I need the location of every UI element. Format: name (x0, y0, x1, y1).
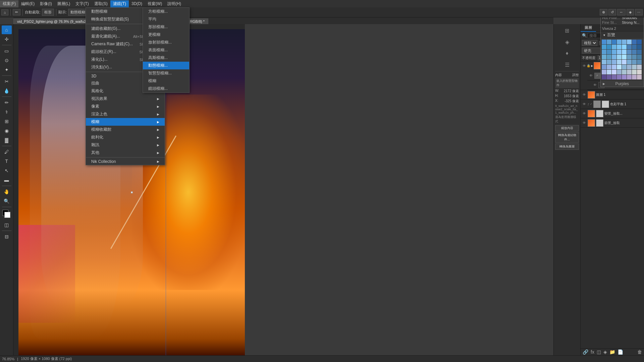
mask-btn[interactable]: ◫ (596, 349, 602, 355)
color-cell[interactable] (632, 55, 637, 59)
blur-gaussian[interactable]: 高斯模糊... (143, 54, 189, 62)
color-cell[interactable] (607, 70, 611, 74)
color-cell[interactable] (617, 60, 622, 64)
color-cell[interactable] (617, 75, 622, 79)
color-cell[interactable] (612, 70, 616, 74)
layer-item-scene2[interactable]: 👁 節景_撿取 (581, 118, 644, 128)
color-cell[interactable] (607, 40, 611, 44)
eye-scene2[interactable]: 👁 (582, 121, 587, 125)
shape-tool[interactable]: ▬ (2, 176, 12, 184)
blur-surface[interactable]: 表面模糊... (143, 46, 189, 54)
color-cell[interactable] (602, 45, 606, 49)
color-cell[interactable] (602, 70, 606, 74)
delete-btn[interactable]: 🗑 (637, 349, 643, 355)
new-layer-btn[interactable]: 📄 (617, 349, 624, 355)
move-tool[interactable]: ⌂ (2, 25, 12, 34)
menu-item-edit[interactable]: 編輯(E) (18, 0, 37, 7)
menu-item-image[interactable]: 影像(I) (37, 0, 54, 7)
blur-lens[interactable]: 鏡頭模糊... (143, 85, 189, 93)
menu-item-type[interactable]: 文字(T) (73, 0, 91, 7)
color-cell[interactable] (632, 60, 637, 64)
color-cell[interactable] (607, 55, 611, 59)
filter-pixel[interactable]: 像素 (86, 103, 165, 110)
color-cell[interactable] (637, 45, 642, 49)
eye-colorbalance[interactable]: 👁 (582, 102, 587, 107)
color-cell[interactable] (612, 40, 616, 44)
group-btn[interactable]: 📁 (609, 349, 616, 355)
eye-motion-blur[interactable]: 👁 (593, 83, 597, 87)
layers-kind-select[interactable]: 種類 (582, 40, 597, 46)
blur-motion[interactable]: 動態模糊... (143, 62, 189, 69)
blur-box[interactable]: 方框模糊... (143, 8, 189, 15)
color-cell[interactable] (627, 50, 632, 54)
purples-section[interactable]: ▶ Purples ··· (601, 80, 644, 87)
color-cell[interactable] (627, 65, 632, 69)
zoom-in-btn[interactable]: ⊕ (600, 9, 607, 15)
color-cell[interactable] (612, 60, 616, 64)
path-selection-tool[interactable]: ↖ (2, 166, 12, 175)
color-cell[interactable] (637, 75, 642, 79)
magic-wand-tool[interactable]: ✦ (2, 65, 12, 74)
flip-btn[interactable]: ↔ (617, 9, 626, 15)
stamp-tool[interactable]: ⊞ (2, 117, 12, 126)
filter-other[interactable]: 其他 (86, 149, 165, 157)
color-cell[interactable] (607, 60, 611, 64)
browse-section[interactable]: ▼ 百覽 (601, 32, 644, 39)
eraser-tool[interactable]: ◉ (2, 126, 12, 135)
color-cell[interactable] (602, 75, 606, 79)
filter-nik[interactable]: Nik Collection (86, 158, 165, 165)
color-cell[interactable] (612, 65, 616, 69)
blur-smart[interactable]: 智慧型模糊... (143, 69, 189, 77)
color-cell[interactable] (607, 75, 611, 79)
gradient-tool[interactable]: ▓ (2, 136, 12, 144)
color-cell[interactable] (637, 50, 642, 54)
lasso-tool[interactable]: ⊙ (2, 56, 12, 65)
color-cell[interactable] (627, 60, 632, 64)
color-cell[interactable] (627, 75, 632, 79)
filter-noise[interactable]: 雜訊 (86, 141, 165, 149)
eye-layer1[interactable]: 👁 (582, 93, 587, 97)
eye-smart[interactable]: 👁 (582, 63, 587, 68)
blur-blur[interactable]: 模糊 (143, 77, 189, 85)
filter-blur[interactable]: 模糊 (86, 118, 165, 126)
blur-average[interactable]: 平均 (143, 15, 189, 23)
layer-item-scene1[interactable]: 👁 變景_撿取... (581, 109, 644, 118)
color-cell[interactable] (632, 40, 637, 44)
color-cell[interactable] (627, 40, 632, 44)
color-cell[interactable] (612, 75, 616, 79)
color-cell[interactable] (602, 50, 606, 54)
menu-item-layer[interactable]: 圖層(L) (55, 0, 73, 7)
color-cell[interactable] (602, 60, 606, 64)
color-cell[interactable] (607, 45, 611, 49)
color-cell[interactable] (617, 65, 622, 69)
color-cell[interactable] (637, 60, 642, 64)
eyedrop-tool[interactable]: 💧 (2, 86, 12, 95)
layers-tab-layers[interactable]: 圖層 (581, 24, 596, 32)
hand-tool[interactable]: 🤚 (2, 187, 12, 196)
color-cell[interactable] (602, 40, 606, 44)
menu-item-select[interactable]: 選取(S) (92, 0, 110, 7)
convert-linked-btn[interactable]: 轉換為連結物件... (555, 132, 579, 143)
change-screen-mode[interactable]: ⊟ (2, 232, 12, 241)
color-cell[interactable] (617, 45, 622, 49)
color-cell[interactable] (602, 55, 606, 59)
color-cell[interactable] (622, 45, 627, 49)
color-cell[interactable] (632, 45, 637, 49)
color-cell[interactable] (612, 45, 616, 49)
menu-item-window[interactable]: 視窗(W) (145, 0, 165, 7)
eye-scene1[interactable]: 👁 (582, 111, 587, 116)
frame-btn[interactable]: 框形 (42, 9, 54, 16)
color-cell[interactable] (632, 50, 637, 54)
blur-shape[interactable]: 形狀模糊... (143, 23, 189, 31)
blur-radial[interactable]: 放射狀模糊... (143, 39, 189, 46)
color-cell[interactable] (612, 50, 616, 54)
color-cell[interactable] (617, 70, 622, 74)
color-cell[interactable] (637, 40, 642, 44)
content-tab[interactable]: 內容 (555, 73, 562, 77)
appearance-icon[interactable]: ♦ (562, 48, 572, 58)
adjustment-btn[interactable]: ◈ (603, 349, 608, 355)
color-cell[interactable] (637, 55, 642, 59)
color-cell[interactable] (607, 65, 611, 69)
crop-tool[interactable]: ✂ (2, 77, 12, 86)
fx-btn[interactable]: fx (590, 349, 595, 355)
